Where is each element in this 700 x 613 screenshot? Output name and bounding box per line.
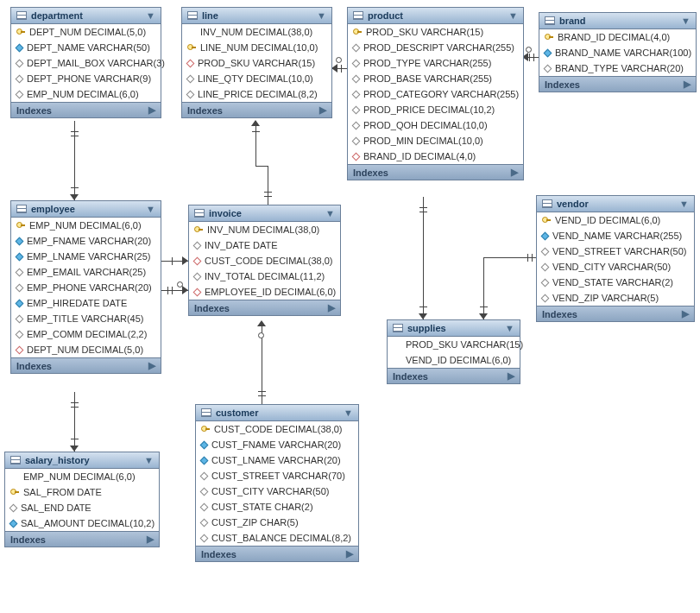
column-row[interactable]: CUST_LNAME VARCHAR(20) [196,452,358,468]
expand-arrow-icon[interactable]: ▶ [682,308,689,319]
expand-arrow-icon[interactable]: ▶ [147,534,154,545]
collapse-arrow-icon[interactable]: ▼ [681,16,691,26]
column-row[interactable]: CUST_FNAME VARCHAR(20) [196,437,358,452]
column-row[interactable]: LINE_PRICE DECIMAL(8,2) [182,86,331,102]
collapse-arrow-icon[interactable]: ▼ [146,204,155,214]
collapse-arrow-icon[interactable]: ▼ [344,408,353,418]
column-row[interactable]: PROD_MIN DECIMAL(10,0) [348,133,523,149]
column-row[interactable]: EMP_LNAME VARCHAR(25) [11,249,161,264]
entity-footer[interactable]: Indexes ▶ [196,546,358,561]
expand-arrow-icon[interactable]: ▶ [511,167,518,178]
column-row[interactable]: SAL_FROM DATE [5,484,159,500]
column-row[interactable]: DEPT_NUM DECIMAL(5,0) [11,342,161,357]
entity-department[interactable]: department ▼ DEPT_NUM DECIMAL(5,0)DEPT_N… [10,7,161,118]
column-row[interactable]: INV_TOTAL DECIMAL(11,2) [189,269,340,284]
column-row[interactable]: LINE_QTY DECIMAL(10,0) [182,71,331,86]
column-row[interactable]: PROD_BASE VARCHAR(255) [348,71,523,86]
entity-product[interactable]: product ▼ PROD_SKU VARCHAR(15)PROD_DESCR… [347,7,524,180]
column-row[interactable]: BRAND_TYPE VARCHAR(20) [539,60,696,76]
column-row[interactable]: VEND_ZIP VARCHAR(5) [537,290,694,306]
column-row[interactable]: DEPT_MAIL_BOX VARCHAR(3) [11,55,161,71]
column-row[interactable]: EMP_FNAME VARCHAR(20) [11,233,161,249]
column-row[interactable]: CUST_BALANCE DECIMAL(8,2) [196,530,358,546]
entity-header[interactable]: salary_history ▼ [5,452,159,469]
column-row[interactable]: EMP_NUM DECIMAL(6,0) [11,86,161,102]
column-row[interactable]: VEND_STREET VARCHAR(50) [537,243,694,259]
entity-header[interactable]: vendor ▼ [537,196,694,212]
expand-arrow-icon[interactable]: ▶ [148,104,155,116]
column-row[interactable]: VEND_ID DECIMAL(6,0) [537,212,694,228]
entity-supplies[interactable]: supplies ▼ PROD_SKU VARCHAR(15)VEND_ID D… [387,319,520,384]
column-row[interactable]: INV_DATE DATE [189,237,340,253]
collapse-arrow-icon[interactable]: ▼ [144,455,154,465]
column-row[interactable]: DEPT_PHONE VARCHAR(9) [11,71,161,86]
column-row[interactable]: SAL_END DATE [5,500,159,515]
column-row[interactable]: VEND_CITY VARCHAR(50) [537,259,694,275]
column-row[interactable]: EMP_COMM DECIMAL(2,2) [11,326,161,342]
column-row[interactable]: PROD_SKU VARCHAR(15) [388,337,520,352]
column-row[interactable]: EMPLOYEE_ID DECIMAL(6,0) [189,284,340,300]
entity-salary-history[interactable]: salary_history ▼ EMP_NUM DECIMAL(6,0)SAL… [4,452,160,547]
column-row[interactable]: BRAND_ID DECIMAL(4,0) [539,29,696,45]
expand-arrow-icon[interactable]: ▶ [508,370,514,382]
expand-arrow-icon[interactable]: ▶ [148,360,155,371]
entity-footer[interactable]: Indexes ▶ [388,368,520,383]
column-row[interactable]: EMP_HIREDATE DATE [11,295,161,311]
expand-arrow-icon[interactable]: ▶ [346,548,353,559]
column-row[interactable]: PROD_CATEGORY VARCHAR(255) [348,86,523,102]
column-row[interactable]: BRAND_ID DECIMAL(4,0) [348,149,523,164]
entity-footer[interactable]: Indexes ▶ [537,306,694,321]
expand-arrow-icon[interactable]: ▶ [328,302,335,313]
column-row[interactable]: EMP_NUM DECIMAL(6,0) [5,469,159,484]
column-row[interactable]: INV_NUM DECIMAL(38,0) [182,24,331,40]
entity-footer[interactable]: Indexes ▶ [11,102,161,117]
column-row[interactable]: INV_NUM DECIMAL(38,0) [189,222,340,237]
collapse-arrow-icon[interactable]: ▼ [146,10,155,21]
column-row[interactable]: EMP_PHONE VARCHAR(20) [11,280,161,295]
entity-footer[interactable]: Indexes ▶ [189,300,340,315]
entity-header[interactable]: line ▼ [182,8,331,24]
column-row[interactable]: CUST_STREET VARCHAR(70) [196,468,358,483]
entity-employee[interactable]: employee ▼ EMP_NUM DECIMAL(6,0)EMP_FNAME… [10,200,161,374]
entity-header[interactable]: department ▼ [11,8,161,24]
expand-arrow-icon[interactable]: ▶ [684,79,691,90]
column-row[interactable]: VEND_STATE VARCHAR(2) [537,275,694,290]
entity-footer[interactable]: Indexes ▶ [5,531,159,547]
column-row[interactable]: PROD_TYPE VARCHAR(255) [348,55,523,71]
column-row[interactable]: BRAND_NAME VARCHAR(100) [539,45,696,60]
entity-header[interactable]: invoice ▼ [189,205,340,222]
entity-footer[interactable]: Indexes ▶ [11,357,161,373]
column-row[interactable]: CUST_CITY VARCHAR(50) [196,483,358,499]
column-row[interactable]: PROD_SKU VARCHAR(15) [348,24,523,40]
column-row[interactable]: DEPT_NUM DECIMAL(5,0) [11,24,161,40]
entity-vendor[interactable]: vendor ▼ VEND_ID DECIMAL(6,0)VEND_NAME V… [536,195,695,322]
entity-line[interactable]: line ▼ INV_NUM DECIMAL(38,0)LINE_NUM DEC… [181,7,332,118]
entity-customer[interactable]: customer ▼ CUST_CODE DECIMAL(38,0)CUST_F… [195,404,359,562]
entity-header[interactable]: product ▼ [348,8,523,24]
column-row[interactable]: CUST_CODE DECIMAL(38,0) [196,421,358,437]
entity-invoice[interactable]: invoice ▼ INV_NUM DECIMAL(38,0)INV_DATE … [188,205,341,316]
entity-header[interactable]: employee ▼ [11,201,161,218]
column-row[interactable]: EMP_NUM DECIMAL(6,0) [11,218,161,233]
column-row[interactable]: SAL_AMOUNT DECIMAL(10,2) [5,515,159,531]
column-row[interactable]: CUST_CODE DECIMAL(38,0) [189,253,340,269]
entity-header[interactable]: brand ▼ [539,13,696,29]
column-row[interactable]: PROD_PRICE DECIMAL(10,2) [348,102,523,117]
entity-footer[interactable]: Indexes ▶ [348,164,523,180]
column-row[interactable]: CUST_ZIP CHAR(5) [196,515,358,530]
column-row[interactable]: VEND_NAME VARCHAR(255) [537,228,694,243]
column-row[interactable]: CUST_STATE CHAR(2) [196,499,358,515]
entity-header[interactable]: customer ▼ [196,405,358,421]
collapse-arrow-icon[interactable]: ▼ [325,208,335,218]
column-row[interactable]: VEND_ID DECIMAL(6,0) [388,352,520,368]
column-row[interactable]: PROD_SKU VARCHAR(15) [182,55,331,71]
entity-footer[interactable]: Indexes ▶ [539,76,696,92]
collapse-arrow-icon[interactable]: ▼ [679,199,689,209]
column-row[interactable]: EMP_EMAIL VARCHAR(25) [11,264,161,280]
collapse-arrow-icon[interactable]: ▼ [505,323,514,333]
entity-footer[interactable]: Indexes ▶ [182,102,331,117]
column-row[interactable]: EMP_TITLE VARCHAR(45) [11,311,161,326]
entity-header[interactable]: supplies ▼ [388,320,520,337]
column-row[interactable]: PROD_QOH DECIMAL(10,0) [348,117,523,133]
column-row[interactable]: LINE_NUM DECIMAL(10,0) [182,40,331,55]
